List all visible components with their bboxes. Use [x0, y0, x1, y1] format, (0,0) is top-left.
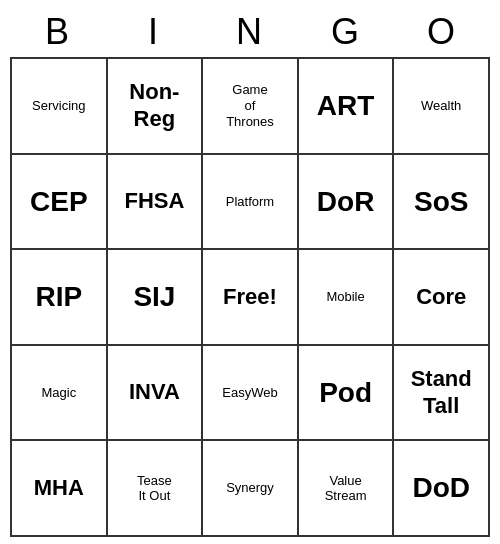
cell-text-4-3: ValueStream	[325, 473, 367, 504]
cell-1-4: SoS	[394, 155, 490, 251]
cell-4-0: MHA	[12, 441, 108, 537]
cell-3-1: INVA	[108, 346, 204, 442]
cell-text-4-2: Synergy	[226, 480, 274, 496]
cell-text-1-3: DoR	[317, 185, 375, 219]
header-letter-B: B	[10, 7, 106, 57]
bingo-header: BINGO	[10, 7, 490, 57]
cell-3-0: Magic	[12, 346, 108, 442]
header-letter-O: O	[394, 7, 490, 57]
cell-2-2: Free!	[203, 250, 299, 346]
cell-text-3-1: INVA	[129, 379, 180, 405]
cell-0-4: Wealth	[394, 59, 490, 155]
cell-text-4-4: DoD	[412, 471, 470, 505]
cell-text-0-0: Servicing	[32, 98, 85, 114]
cell-text-1-0: CEP	[30, 185, 88, 219]
cell-0-0: Servicing	[12, 59, 108, 155]
cell-text-2-4: Core	[416, 284, 466, 310]
cell-0-1: Non-Reg	[108, 59, 204, 155]
cell-text-4-1: TeaseIt Out	[137, 473, 172, 504]
cell-text-2-0: RIP	[35, 280, 82, 314]
cell-4-1: TeaseIt Out	[108, 441, 204, 537]
cell-text-3-2: EasyWeb	[222, 385, 277, 401]
cell-2-1: SIJ	[108, 250, 204, 346]
cell-1-1: FHSA	[108, 155, 204, 251]
cell-text-0-3: ART	[317, 89, 375, 123]
cell-text-2-2: Free!	[223, 284, 277, 310]
cell-text-1-4: SoS	[414, 185, 468, 219]
bingo-grid: ServicingNon-RegGameofThronesARTWealthCE…	[10, 57, 490, 537]
bingo-card: BINGO ServicingNon-RegGameofThronesARTWe…	[10, 7, 490, 537]
cell-text-0-4: Wealth	[421, 98, 461, 114]
cell-1-3: DoR	[299, 155, 395, 251]
cell-text-2-1: SIJ	[133, 280, 175, 314]
cell-text-3-0: Magic	[41, 385, 76, 401]
header-letter-N: N	[202, 7, 298, 57]
cell-1-0: CEP	[12, 155, 108, 251]
cell-2-4: Core	[394, 250, 490, 346]
cell-0-2: GameofThrones	[203, 59, 299, 155]
cell-4-3: ValueStream	[299, 441, 395, 537]
cell-text-0-2: GameofThrones	[226, 82, 274, 129]
cell-text-4-0: MHA	[34, 475, 84, 501]
cell-4-2: Synergy	[203, 441, 299, 537]
cell-2-3: Mobile	[299, 250, 395, 346]
cell-3-2: EasyWeb	[203, 346, 299, 442]
header-letter-I: I	[106, 7, 202, 57]
cell-text-0-1: Non-Reg	[129, 79, 179, 132]
cell-text-1-1: FHSA	[124, 188, 184, 214]
cell-3-4: StandTall	[394, 346, 490, 442]
cell-text-1-2: Platform	[226, 194, 274, 210]
cell-3-3: Pod	[299, 346, 395, 442]
cell-2-0: RIP	[12, 250, 108, 346]
cell-1-2: Platform	[203, 155, 299, 251]
header-letter-G: G	[298, 7, 394, 57]
cell-text-2-3: Mobile	[326, 289, 364, 305]
cell-4-4: DoD	[394, 441, 490, 537]
cell-text-3-3: Pod	[319, 376, 372, 410]
cell-0-3: ART	[299, 59, 395, 155]
cell-text-3-4: StandTall	[411, 366, 472, 419]
